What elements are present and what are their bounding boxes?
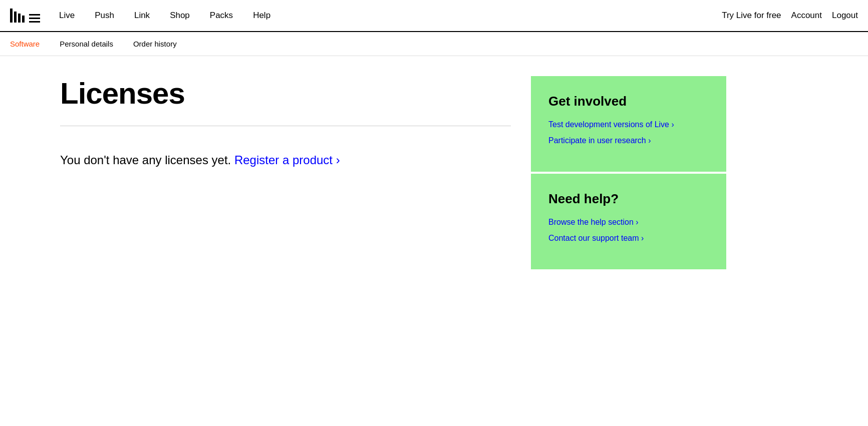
- need-help-title: Need help?: [548, 191, 709, 207]
- participate-research-link[interactable]: Participate in user research ›: [548, 135, 709, 146]
- need-help-card: Need help? Browse the help section › Con…: [531, 174, 726, 269]
- logo-bar-4: [22, 16, 25, 23]
- nav-push[interactable]: Push: [95, 11, 114, 21]
- logo-line-1: [29, 14, 40, 16]
- get-involved-title: Get involved: [548, 94, 709, 109]
- logo-line-2: [29, 18, 40, 19]
- logo-line-3: [29, 21, 40, 23]
- sub-nav: Software Personal details Order history: [0, 32, 868, 56]
- logo-icon: [10, 9, 40, 23]
- sub-nav-personal-details[interactable]: Personal details: [60, 40, 113, 48]
- contact-support-link[interactable]: Contact our support team ›: [548, 233, 709, 244]
- logo-bar-2: [14, 12, 17, 23]
- main-content: Licenses You don't have any licenses yet…: [0, 56, 868, 291]
- sidebar: Get involved Test development versions o…: [531, 76, 726, 271]
- logo[interactable]: [10, 9, 44, 23]
- nav-packs[interactable]: Packs: [210, 11, 233, 21]
- get-involved-card: Get involved Test development versions o…: [531, 76, 726, 172]
- sub-nav-software[interactable]: Software: [10, 40, 40, 48]
- sub-nav-order-history[interactable]: Order history: [133, 40, 177, 48]
- page-title: Licenses: [60, 76, 511, 111]
- nav-link[interactable]: Link: [134, 11, 150, 21]
- account-link[interactable]: Account: [791, 11, 822, 21]
- nav-shop[interactable]: Shop: [170, 11, 190, 21]
- register-product-link[interactable]: Register a product ›: [234, 153, 340, 167]
- no-licenses-text: You don't have any licenses yet.: [60, 153, 231, 167]
- header: Live Push Link Shop Packs Help Try Live …: [0, 0, 868, 32]
- logo-bar-1: [10, 9, 13, 23]
- no-licenses-message: You don't have any licenses yet. Registe…: [60, 151, 511, 169]
- logo-lines: [29, 14, 40, 23]
- header-right: Try Live for free Account Logout: [722, 11, 858, 21]
- browse-help-link[interactable]: Browse the help section ›: [548, 217, 709, 228]
- main-nav: Live Push Link Shop Packs Help: [59, 11, 270, 21]
- test-dev-versions-link[interactable]: Test development versions of Live ›: [548, 119, 709, 130]
- try-live-button[interactable]: Try Live for free: [722, 11, 781, 21]
- nav-help[interactable]: Help: [253, 11, 270, 21]
- logout-link[interactable]: Logout: [832, 11, 858, 21]
- divider: [60, 126, 511, 126]
- nav-live[interactable]: Live: [59, 11, 75, 21]
- licenses-content: Licenses You don't have any licenses yet…: [60, 76, 511, 271]
- logo-bar-3: [18, 14, 21, 23]
